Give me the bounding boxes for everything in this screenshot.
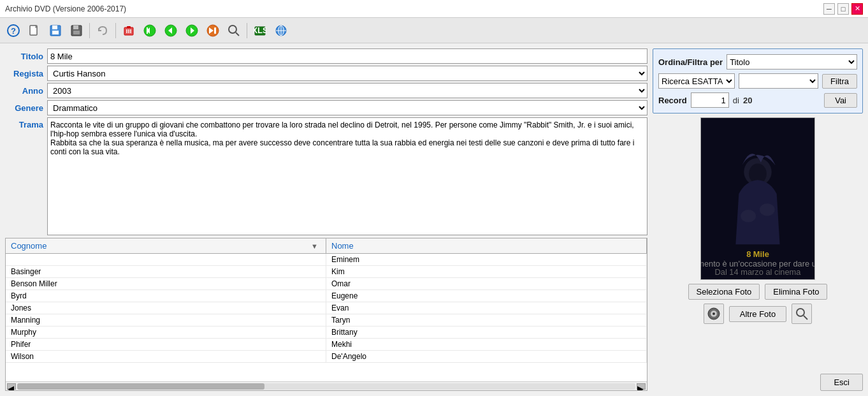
svg-line-44: [804, 316, 807, 319]
title-bar: Archivio DVD (Versione 2006-2017) ─ □ ✕: [0, 0, 868, 18]
horizontal-scrollbar[interactable]: ◀ ▶: [6, 381, 647, 390]
total-value: 20: [743, 96, 752, 105]
scroll-left-btn[interactable]: ◀: [7, 383, 16, 390]
titolo-input[interactable]: [47, 48, 647, 64]
elimina-foto-button[interactable]: Elimina Foto: [765, 284, 827, 300]
svg-rect-16: [147, 27, 148, 34]
nome-cell: Evan: [326, 302, 647, 314]
cognome-cell: Basinger: [6, 266, 326, 277]
cognome-cell: Byrd: [6, 290, 326, 302]
bottom-right: Esci: [653, 374, 863, 391]
table-row[interactable]: Byrd Eugene: [6, 290, 647, 302]
nome-cell: Taryn: [326, 314, 647, 326]
svg-point-24: [229, 26, 236, 33]
svg-rect-10: [127, 26, 131, 28]
table-row[interactable]: Basinger Kim: [6, 266, 647, 278]
save-button[interactable]: [46, 21, 65, 40]
ordina-label: Ordina/Filtra per: [658, 57, 723, 67]
prev-button[interactable]: [161, 21, 180, 40]
first-button[interactable]: [140, 21, 159, 40]
table-row[interactable]: Phifer Mekhi: [6, 339, 647, 351]
nome-cell: Eugene: [326, 290, 647, 302]
nome-cell: Brittany: [326, 326, 647, 338]
table-row[interactable]: Murphy Brittany: [6, 326, 647, 339]
cognome-cell: Wilson: [6, 351, 326, 362]
table-row[interactable]: Eminem: [6, 254, 647, 266]
ordina-row: Ordina/Filtra per Titolo: [658, 54, 857, 70]
window-title: Archivio DVD (Versione 2006-2017): [5, 4, 126, 13]
help-button[interactable]: ?: [4, 21, 23, 40]
new-button[interactable]: [25, 21, 44, 40]
vai-button[interactable]: Vai: [824, 93, 857, 108]
cognome-header: Cognome ▼: [6, 238, 326, 253]
svg-rect-7: [73, 26, 78, 29]
cognome-cell: Phifer: [6, 339, 326, 350]
cognome-sort-icon[interactable]: ▼: [311, 242, 318, 250]
scroll-right-btn[interactable]: ▶: [637, 383, 646, 390]
ordina-select[interactable]: Titolo: [727, 54, 857, 70]
delete-button[interactable]: [119, 21, 138, 40]
trama-row: Trama Racconta le vite di un gruppo di g…: [5, 117, 647, 235]
svg-point-42: [712, 312, 715, 315]
minimize-button[interactable]: ─: [823, 3, 835, 15]
search-text-button[interactable]: [224, 21, 243, 40]
svg-rect-4: [52, 26, 57, 29]
record-row: Record di 20 Vai: [658, 92, 857, 108]
table-row[interactable]: Manning Taryn: [6, 314, 647, 326]
ricerca-value-select[interactable]: [739, 73, 818, 89]
regista-select[interactable]: Curtis Hanson: [47, 66, 647, 81]
filter-box: Ordina/Filtra per Titolo Ricerca ESATTA …: [653, 48, 863, 114]
movie-poster: 8 Mile Ogni momento è un'occasione per d…: [701, 117, 814, 280]
cast-section: Cognome ▼ Nome Eminem Basinger Kim Benso…: [5, 238, 647, 391]
photo-area: 8 Mile Ogni momento è un'occasione per d…: [653, 117, 863, 370]
anno-select[interactable]: 2003: [47, 83, 647, 98]
search-foto-icon-button[interactable]: [792, 304, 812, 324]
export-button[interactable]: XLS: [250, 21, 270, 40]
trama-label: Trama: [5, 117, 43, 235]
disk-icon-button[interactable]: [704, 304, 724, 324]
ricerca-select[interactable]: Ricerca ESATTA: [658, 73, 735, 89]
filtra-button[interactable]: Filtra: [822, 74, 857, 89]
altre-foto-button[interactable]: Altre Foto: [729, 306, 786, 322]
titolo-row: Titolo: [5, 48, 647, 64]
scrollbar-thumb: [17, 383, 264, 390]
record-label: Record: [658, 96, 687, 105]
svg-text:?: ?: [11, 26, 16, 36]
regista-label: Regista: [5, 69, 43, 78]
svg-rect-22: [214, 27, 216, 34]
table-row[interactable]: Wilson De'Angelo: [6, 351, 647, 363]
cognome-cell: Manning: [6, 314, 326, 326]
maximize-button[interactable]: □: [837, 3, 849, 15]
regista-row: Regista Curtis Hanson: [5, 66, 647, 81]
right-panel: Ordina/Filtra per Titolo Ricerca ESATTA …: [653, 48, 863, 391]
seleziona-foto-button[interactable]: Seleziona Foto: [688, 284, 760, 300]
genere-select[interactable]: Drammatico: [47, 100, 647, 115]
svg-rect-5: [52, 31, 59, 34]
save-disk-button[interactable]: [67, 21, 86, 40]
cast-body: Eminem Basinger Kim Benson Miller Omar B…: [6, 254, 647, 381]
photo-actions2: Altre Foto: [704, 304, 812, 324]
cognome-cell: Murphy: [6, 326, 326, 338]
web-button[interactable]: [271, 21, 291, 40]
cast-header: Cognome ▼ Nome: [6, 238, 647, 254]
close-button[interactable]: ✕: [851, 3, 863, 15]
svg-text:XLS: XLS: [254, 26, 266, 35]
table-row[interactable]: Benson Miller Omar: [6, 278, 647, 290]
cognome-cell: [6, 254, 326, 265]
left-panel: Titolo Regista Curtis Hanson Anno 2003 G…: [5, 48, 647, 391]
nome-cell: Omar: [326, 278, 647, 290]
undo-button[interactable]: [93, 21, 112, 40]
last-button[interactable]: [203, 21, 222, 40]
nome-cell: Kim: [326, 266, 647, 277]
esci-button[interactable]: Esci: [820, 374, 863, 391]
nome-cell: De'Angelo: [326, 351, 647, 362]
record-input[interactable]: [691, 92, 729, 108]
svg-point-35: [741, 210, 756, 223]
next-button[interactable]: [182, 21, 201, 40]
svg-point-36: [760, 203, 775, 216]
trama-textarea[interactable]: Racconta le vite di un gruppo di giovani…: [47, 117, 647, 235]
anno-row: Anno 2003: [5, 83, 647, 98]
svg-text:8 Mile: 8 Mile: [746, 249, 769, 259]
scrollbar-track[interactable]: [17, 383, 635, 390]
table-row[interactable]: Jones Evan: [6, 302, 647, 314]
